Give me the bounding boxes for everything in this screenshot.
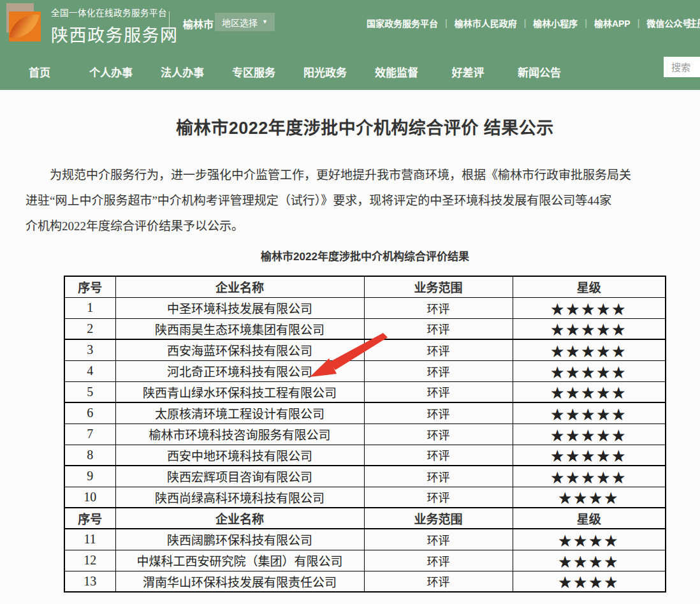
nav-item-0[interactable]: 首页 — [4, 64, 75, 80]
cell-business-scope: 环评 — [364, 339, 513, 360]
table-row: 13渭南华山环保科技发展有限责任公司环评★★★★ — [64, 571, 666, 592]
table-row: 11陕西阔鹏环保科技有限公司环评★★★★ — [64, 529, 666, 550]
region-selector-button[interactable]: 地区选择 ▼ — [215, 13, 275, 31]
table-row: 5陕西青山绿水环保科技工程有限公司环评★★★★★ — [64, 381, 666, 402]
cell-index: 8 — [64, 445, 115, 466]
cell-star-rating: ★★★★★ — [513, 318, 666, 339]
top-link-1[interactable]: 榆林市人民政府 — [455, 17, 517, 29]
cell-company-name: 陕西阔鹏环保科技有限公司 — [115, 529, 364, 550]
cell-index: 1 — [64, 297, 115, 318]
table-row: 12中煤科工西安研究院（集团）有限公司环评★★★★ — [64, 550, 666, 571]
cell-star-rating: ★★★★★ — [513, 445, 666, 466]
top-link-2[interactable]: 榆林小程序 — [533, 17, 578, 29]
platform-tagline: 全国一体化在线政务服务平台 — [51, 6, 179, 18]
cell-index: 9 — [64, 466, 115, 487]
nav-item-5[interactable]: 效能监督 — [361, 64, 432, 80]
search-input[interactable] — [664, 57, 700, 77]
region-selector-label: 地区选择 — [222, 16, 258, 29]
cell-index: 11 — [64, 529, 115, 550]
cell-company-name: 陕西宏辉项目咨询有限公司 — [115, 466, 364, 487]
link-separator: | — [638, 18, 640, 28]
cell-company-name: 河北奇正环境科技有限公司 — [115, 360, 364, 381]
register-link[interactable]: 注册 — [687, 16, 700, 29]
cell-business-scope: 环评 — [364, 402, 513, 424]
main-nav: 首页个人办事法人办事专区服务阳光政务效能监督好差评新闻公告 — [0, 54, 700, 90]
nav-item-2[interactable]: 法人办事 — [147, 64, 218, 80]
cell-business-scope: 环评 — [364, 424, 513, 445]
cell-business-scope: 环评 — [364, 571, 513, 592]
cell-business-scope: 环评 — [364, 487, 513, 508]
page: { "colors": { "header_green": "#699c76",… — [0, 0, 700, 604]
cell-company-name: 陕西青山绿水环保科技工程有限公司 — [115, 381, 364, 402]
table-row: 8西安中地环境科技有限公司环评★★★★★ — [64, 445, 666, 466]
cell-star-rating: ★★★★ — [513, 571, 666, 592]
nav-item-7[interactable]: 新闻公告 — [504, 64, 575, 80]
column-header: 星级 — [513, 276, 666, 297]
cell-star-rating: ★★★★★ — [513, 297, 666, 318]
cell-company-name: 中圣环境科技发展有限公司 — [115, 297, 364, 318]
cell-star-rating: ★★★★★ — [513, 402, 666, 424]
column-header: 企业名称 — [115, 508, 364, 529]
table-header-row: 序号企业名称业务范围星级 — [64, 276, 666, 297]
site-logo-icon[interactable] — [5, 3, 46, 42]
cell-business-scope: 环评 — [364, 360, 513, 381]
cell-business-scope: 环评 — [364, 381, 513, 402]
evaluation-table-body: 序号企业名称业务范围星级1中圣环境科技发展有限公司环评★★★★★2陕西雨昊生态环… — [64, 276, 666, 592]
cell-star-rating: ★★★★ — [513, 550, 666, 571]
cell-index: 10 — [64, 487, 115, 508]
cell-company-name: 西安中地环境科技有限公司 — [115, 445, 364, 466]
nav-item-3[interactable]: 专区服务 — [218, 64, 289, 80]
table-caption: 榆林市2022年度涉批中介机构综合评价结果 — [26, 249, 700, 265]
chevron-down-icon: ▼ — [262, 19, 268, 25]
top-link-4[interactable]: 微信公众号 — [646, 17, 691, 29]
current-city-label: 榆林市 — [183, 16, 214, 31]
cell-star-rating: ★★★★★ — [513, 381, 666, 402]
page-title: 榆林市2022年度涉批中介机构综合评价 结果公示 — [26, 118, 700, 138]
cell-star-rating: ★★★★★ — [513, 339, 666, 360]
top-link-0[interactable]: 国家政务服务平台 — [367, 17, 438, 29]
cell-business-scope: 环评 — [364, 445, 513, 466]
cell-business-scope: 环评 — [364, 318, 513, 339]
cell-index: 6 — [64, 402, 115, 424]
column-header: 业务范围 — [364, 508, 513, 529]
cell-index: 2 — [64, 318, 115, 339]
cell-company-name: 渭南华山环保科技发展有限责任公司 — [115, 571, 364, 592]
site-name: 陕西政务服务网 — [51, 22, 179, 47]
cell-company-name: 陕西尚绿高科环境科技有限公司 — [115, 487, 364, 508]
nav-item-4[interactable]: 阳光政务 — [289, 64, 361, 80]
cell-company-name: 太原核清环境工程设计有限公司 — [115, 402, 364, 424]
table-row: 9陕西宏辉项目咨询有限公司环评★★★★★ — [64, 466, 666, 487]
table-row: 3西安海蓝环保科技有限公司环评★★★★★ — [64, 339, 666, 360]
nav-item-1[interactable]: 个人办事 — [75, 64, 147, 80]
cell-star-rating: ★★★★★ — [513, 466, 666, 487]
announcement-paragraph: 为规范中介服务行为，进一步强化中介监管工作，更好地提升我市营商环境，根据《榆林市… — [26, 163, 700, 239]
cell-business-scope: 环评 — [364, 550, 513, 571]
evaluation-table: 序号企业名称业务范围星级1中圣环境科技发展有限公司环评★★★★★2陕西雨昊生态环… — [64, 276, 666, 593]
nav-item-6[interactable]: 好差评 — [432, 64, 504, 80]
column-header: 序号 — [64, 276, 115, 297]
cell-index: 13 — [64, 571, 115, 592]
table-row: 10陕西尚绿高科环境科技有限公司环评★★★★ — [64, 487, 666, 508]
cell-star-rating: ★★★★ — [513, 487, 666, 508]
cell-index: 4 — [64, 360, 115, 381]
brand-divider — [169, 11, 170, 41]
column-header: 序号 — [64, 508, 115, 529]
column-header: 星级 — [513, 508, 666, 529]
cell-star-rating: ★★★★★ — [513, 424, 666, 445]
cell-star-rating: ★★★★ — [513, 529, 666, 550]
link-separator: | — [524, 18, 527, 28]
table-row: 7榆林市环境科技咨询服务有限公司环评★★★★★ — [64, 424, 666, 445]
top-banner: 全国一体化在线政务服务平台 陕西政务服务网 榆林市 地区选择 ▼ 国家政务服务平… — [0, 0, 700, 54]
link-separator: | — [445, 18, 448, 28]
top-link-3[interactable]: 榆林APP — [594, 17, 631, 29]
announcement-page: 榆林市2022年度涉批中介机构综合评价 结果公示 为规范中介服务行为，进一步强化… — [0, 118, 700, 604]
cell-company-name: 陕西雨昊生态环境集团有限公司 — [115, 318, 364, 339]
table-row: 4河北奇正环境科技有限公司环评★★★★★ — [64, 360, 666, 381]
cell-company-name: 西安海蓝环保科技有限公司 — [115, 339, 364, 360]
cell-index: 12 — [64, 550, 115, 571]
paragraph-line-3: 介机构2022年度综合评价结果予以公示。 — [26, 214, 700, 239]
column-header: 业务范围 — [364, 276, 513, 297]
cell-star-rating: ★★★★★ — [513, 360, 666, 381]
paragraph-line-2: 进驻“网上中介服务超市”中介机构考评管理规定（试行）》要求，现将评定的中圣环境科… — [26, 188, 700, 214]
announcement-article: 榆林市2022年度涉批中介机构综合评价 结果公示 为规范中介服务行为，进一步强化… — [26, 118, 700, 593]
